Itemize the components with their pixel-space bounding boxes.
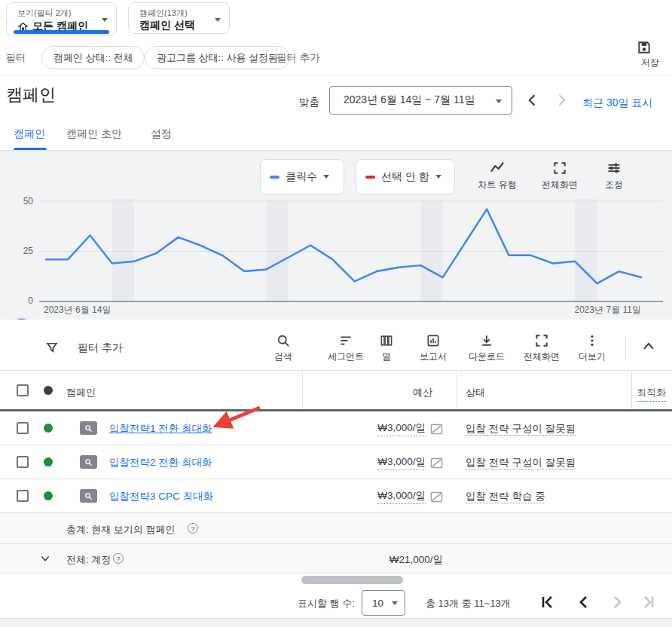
budget-value[interactable]: ₩3,000/일 [377, 455, 426, 470]
sliders-icon [606, 161, 622, 176]
preview-badge[interactable] [80, 489, 97, 503]
date-range-value: 2023년 6월 14일 ~ 7월 11일 [330, 93, 475, 107]
last-page-button[interactable] [640, 593, 658, 611]
help-icon[interactable]: ? [188, 523, 198, 534]
header-status[interactable]: 상태 [466, 386, 485, 399]
campaign-selector[interactable]: 캠페인(13개) 캠페인 선택 [128, 2, 230, 34]
toolbar-add-filter[interactable]: 필터 추가 [78, 341, 123, 355]
row-checkbox[interactable] [17, 456, 29, 468]
recent-30-days-link[interactable]: 최근 30일 표시 [582, 96, 652, 110]
magnifier-icon [84, 492, 93, 500]
help-icon[interactable]: ? [113, 553, 124, 564]
chevron-down-icon [323, 175, 329, 179]
total-row: 총계: 현재 보기의 캠페인 ? [0, 513, 672, 544]
google-ads-campaign-page: { "colors": { "accent":"#1a73e8", "chart… [0, 0, 672, 627]
status-dot-enabled[interactable] [44, 457, 53, 466]
status-text[interactable]: 입찰 전략 학습 중 [466, 491, 545, 503]
status-cell[interactable]: 입찰 전략 구성이 잘못됨 [466, 456, 576, 469]
table-fullscreen-button[interactable]: 전체화면 [524, 333, 560, 363]
campaign-selector-label: 캠페인(13개) [139, 8, 188, 19]
status-dot-enabled[interactable] [44, 424, 53, 433]
first-page-button[interactable] [538, 593, 556, 611]
save-icon [637, 40, 652, 55]
active-tab-indicator [14, 148, 47, 150]
header-optimization[interactable]: 최적화 [637, 386, 666, 402]
more-button[interactable]: 더보기 [579, 333, 606, 363]
metric2-selector[interactable]: 선택 안 함 [356, 159, 455, 194]
more-label: 더보기 [579, 350, 606, 363]
tab-campaigns[interactable]: 캠페인 [14, 127, 45, 141]
shared-strategy-crossed-icon [430, 424, 443, 435]
budget-cell[interactable]: ₩3,000/일 [302, 455, 457, 470]
chart-adjust-button[interactable]: 조정 [591, 161, 637, 191]
status-text[interactable]: 입찰 전략 구성이 잘못됨 [466, 457, 576, 469]
custom-label: 맞춤 [299, 96, 319, 109]
chip-text: 캠페인 상태:: 전체 [53, 51, 133, 65]
budget-cell[interactable]: ₩3,000/일 [302, 421, 457, 436]
download-button[interactable]: 다운로드 [469, 333, 505, 363]
campaign-link[interactable]: 입찰전략1 전환 최대화 [109, 422, 212, 436]
divider [625, 336, 626, 359]
chevron-down-icon [496, 99, 502, 103]
filter-chip-adgroup-status[interactable]: 광고그룹 상태:: 사용 설정됨 [145, 46, 290, 69]
active-view-indicator [14, 30, 109, 34]
chart-type-button[interactable]: 차트 유형 [475, 161, 520, 191]
rows-per-page-select[interactable]: 10 [362, 590, 405, 616]
chart-type-icon [489, 161, 506, 176]
tab-bar: 캠페인 캠페인 초안 설정 [0, 121, 672, 151]
next-date-button[interactable] [554, 93, 569, 108]
tab-campaign-drafts[interactable]: 캠페인 초안 [66, 127, 122, 141]
horizontal-scrollbar[interactable] [301, 576, 403, 584]
budget-value[interactable]: ₩3,000/일 [377, 421, 426, 436]
annotation-arrow [198, 401, 267, 436]
search-label: 검색 [274, 350, 292, 363]
shared-strategy-crossed-icon [430, 491, 443, 503]
status-column-header-icon[interactable] [44, 386, 53, 395]
status-cell[interactable]: 입찰 전략 학습 중 [466, 490, 545, 503]
header-budget[interactable]: 예산 [302, 386, 432, 399]
select-all-checkbox[interactable] [17, 384, 29, 396]
x-axis-start-label: 2023년 6월 14일 [44, 304, 111, 317]
segment-button[interactable]: 세그먼트 [328, 333, 364, 363]
collapse-button[interactable] [642, 341, 655, 351]
account-budget-value: ₩21,000/일 [302, 553, 457, 567]
row-checkbox[interactable] [17, 422, 29, 434]
status-dot-enabled[interactable] [44, 491, 53, 500]
campaign-link[interactable]: 입찰전략3 CPC 최대화 [109, 490, 213, 503]
status-text[interactable]: 입찰 전략 구성이 잘못됨 [466, 423, 576, 436]
report-button[interactable]: 보고서 [420, 333, 447, 363]
search-icon [276, 333, 291, 348]
prev-date-button[interactable] [525, 93, 540, 108]
save-button[interactable]: 저장 [637, 40, 664, 69]
budget-value[interactable]: ₩3,000/일 [377, 489, 426, 504]
date-range-selector[interactable]: 2023년 6월 14일 ~ 7월 11일 [329, 86, 512, 115]
chart-fullscreen-button[interactable]: 전체화면 [537, 161, 582, 191]
preview-badge[interactable] [80, 421, 97, 435]
prev-page-button[interactable] [574, 593, 592, 611]
performance-chart-section: 클릭수 선택 안 함 차트 유형 전체화면 조정 50 25 0 2023년 6… [0, 151, 672, 320]
row-checkbox[interactable] [17, 490, 29, 502]
filter-funnel-icon[interactable] [45, 341, 59, 354]
tab-settings[interactable]: 설정 [151, 127, 172, 141]
expand-chevron-icon[interactable] [40, 555, 50, 563]
campaign-link[interactable]: 입찰전략2 전환 최대화 [109, 456, 212, 469]
view-selector[interactable]: 보기(필터 2개) 모든 캠페인 [6, 2, 117, 36]
clicks-line-chart [0, 190, 672, 304]
next-page-button[interactable] [608, 593, 626, 611]
preview-badge[interactable] [80, 455, 97, 469]
fullscreen-icon [552, 161, 567, 176]
metric2-label: 선택 안 함 [381, 170, 429, 184]
pagination-bar: 표시할 행 수: 10 총 13개 중 11~13개 [0, 586, 672, 618]
table-row: 입찰전략1 전환 최대화 ₩3,000/일 입찰 전략 구성이 잘못됨 [0, 411, 672, 445]
divider [0, 75, 672, 76]
filter-chip-campaign-status[interactable]: 캠페인 상태:: 전체 [41, 46, 145, 69]
add-filter-link[interactable]: 필터 추가 [276, 51, 320, 65]
status-cell[interactable]: 입찰 전략 구성이 잘못됨 [466, 422, 576, 436]
columns-button[interactable]: 열 [379, 333, 394, 363]
budget-cell[interactable]: ₩3,000/일 [302, 489, 457, 504]
table-row: 입찰전략2 전환 최대화 ₩3,000/일 입찰 전략 구성이 잘못됨 [0, 445, 672, 479]
header-campaign[interactable]: 캠페인 [66, 386, 96, 399]
metric1-selector[interactable]: 클릭수 [260, 159, 344, 194]
table-toolbar: 필터 추가 검색 세그먼트 열 보고서 다운로드 전체화면 더보기 [0, 320, 672, 371]
search-button[interactable]: 검색 [274, 333, 292, 363]
